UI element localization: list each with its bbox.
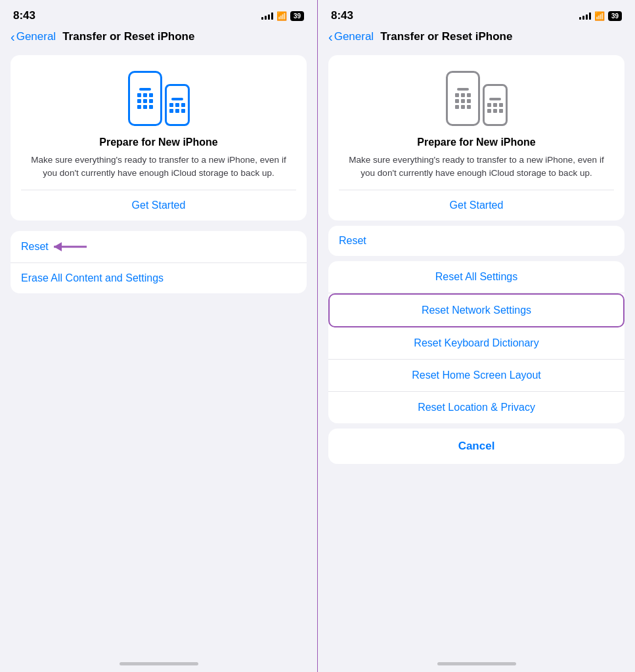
nav-bar-right: ‹ General Transfer or Reset iPhone: [318, 28, 635, 50]
nav-bar-left: ‹ General Transfer or Reset iPhone: [0, 28, 317, 50]
get-started-button-left[interactable]: Get Started: [21, 190, 296, 220]
page-title-left: Transfer or Reset iPhone: [62, 30, 194, 43]
card-desc-right: Make sure everything's ready to transfer…: [339, 154, 614, 179]
screen-dots-small-right: [487, 103, 503, 113]
right-panel: 8:43 📶 39 ‹ General Transfer or Reset iP…: [317, 0, 635, 672]
partial-reset-label-right: Reset: [328, 226, 624, 256]
signal-icon-left: [261, 12, 273, 20]
reset-section-left: Reset Erase All Content and Settings: [11, 231, 307, 293]
status-icons-left: 📶 39: [261, 11, 304, 21]
prepare-card-left: Prepare for New iPhone Make sure everyth…: [11, 55, 307, 220]
erase-label-left: Erase All Content and Settings: [21, 272, 164, 284]
back-label-right: General: [334, 30, 374, 43]
reset-home-screen-layout-item[interactable]: Reset Home Screen Layout: [328, 360, 624, 392]
prepare-card-right: Prepare for New iPhone Make sure everyth…: [328, 55, 624, 220]
reset-menu-right: Reset All Settings Reset Network Setting…: [328, 261, 624, 423]
card-title-left: Prepare for New iPhone: [99, 136, 218, 148]
arrow-container-left: [54, 240, 93, 253]
status-time-left: 8:43: [13, 9, 35, 22]
cancel-button-right[interactable]: Cancel: [328, 429, 624, 464]
phone-illustration-right: [446, 71, 508, 126]
screen-dots-small-left: [169, 103, 185, 113]
chevron-left-icon-left: ‹: [11, 30, 15, 43]
back-button-right[interactable]: ‹ General: [328, 30, 374, 43]
back-label-left: General: [16, 30, 56, 43]
wifi-icon-left: 📶: [276, 11, 287, 21]
screen-dots-big-right: [455, 93, 471, 109]
partial-label-text: Reset: [339, 235, 366, 246]
phone-small-left: [165, 84, 190, 126]
phone-illustration-left: [128, 71, 190, 126]
card-desc-left: Make sure everything's ready to transfer…: [21, 154, 296, 179]
screen-dots-big-left: [137, 93, 153, 109]
left-panel: 8:43 📶 39 ‹ General Transfer or Reset iP…: [0, 0, 317, 672]
status-bar-right: 8:43 📶 39: [318, 0, 635, 28]
page-title-right: Transfer or Reset iPhone: [380, 30, 512, 43]
battery-right: 39: [608, 11, 622, 21]
card-title-right: Prepare for New iPhone: [417, 136, 536, 148]
purple-arrow-icon: [54, 240, 93, 253]
back-button-left[interactable]: ‹ General: [11, 30, 56, 43]
status-time-right: 8:43: [331, 9, 353, 22]
reset-label-left: Reset: [21, 241, 49, 253]
status-bar-left: 8:43 📶 39: [0, 0, 317, 28]
wifi-icon-right: 📶: [594, 11, 605, 21]
reset-keyboard-dictionary-item[interactable]: Reset Keyboard Dictionary: [328, 327, 624, 360]
signal-icon-right: [579, 12, 591, 20]
battery-left: 39: [290, 11, 304, 21]
reset-location-privacy-item[interactable]: Reset Location & Privacy: [328, 392, 624, 423]
status-icons-right: 📶 39: [579, 11, 622, 21]
erase-row-left[interactable]: Erase All Content and Settings: [11, 263, 307, 293]
home-indicator-left: [120, 662, 198, 665]
phone-small-right: [483, 84, 508, 126]
reset-network-settings-item[interactable]: Reset Network Settings: [328, 293, 624, 327]
reset-all-settings-item[interactable]: Reset All Settings: [328, 261, 624, 293]
get-started-button-right[interactable]: Get Started: [339, 190, 614, 220]
cancel-card-right: Cancel: [328, 429, 624, 464]
phone-big-right: [446, 71, 480, 126]
phone-big-left: [128, 71, 162, 126]
home-indicator-right: [437, 662, 516, 665]
chevron-left-icon-right: ‹: [328, 30, 333, 43]
reset-row-left[interactable]: Reset: [11, 231, 307, 263]
